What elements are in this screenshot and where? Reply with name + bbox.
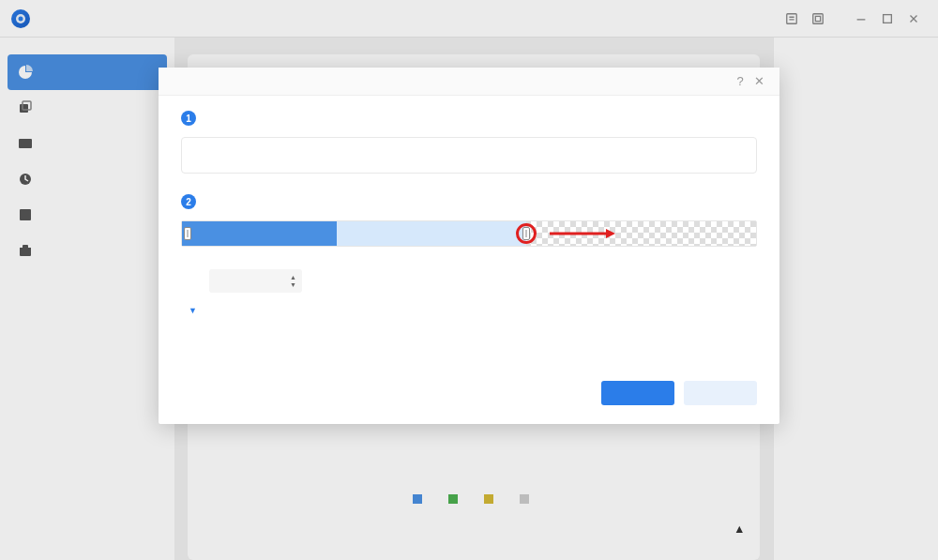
- resize-move-modal: ? ✕ 1 2: [159, 68, 779, 424]
- ok-button[interactable]: [601, 381, 674, 405]
- modal-overlay: ? ✕ 1 2: [0, 0, 938, 560]
- step-2-badge: 2: [181, 194, 196, 209]
- chevron-down-icon: ▼: [189, 306, 197, 315]
- disk-row: [181, 137, 757, 174]
- slider-handle-right[interactable]: [522, 227, 530, 240]
- cancel-button[interactable]: [684, 381, 757, 405]
- resize-slider[interactable]: [181, 220, 757, 247]
- help-icon[interactable]: ?: [731, 72, 749, 91]
- partition-size-input[interactable]: ▲ ▼: [209, 269, 302, 293]
- step-2: 2: [181, 194, 757, 209]
- slider-handle-left[interactable]: [184, 227, 191, 240]
- step-1-badge: 1: [181, 111, 196, 126]
- spinner-up-icon[interactable]: ▲: [290, 274, 296, 280]
- step-1: 1: [181, 111, 757, 126]
- modal-close-icon[interactable]: ✕: [749, 72, 768, 91]
- spinner-down-icon[interactable]: ▼: [290, 281, 296, 288]
- advanced-settings-link[interactable]: ▼: [181, 306, 757, 315]
- disk-info: [184, 140, 259, 171]
